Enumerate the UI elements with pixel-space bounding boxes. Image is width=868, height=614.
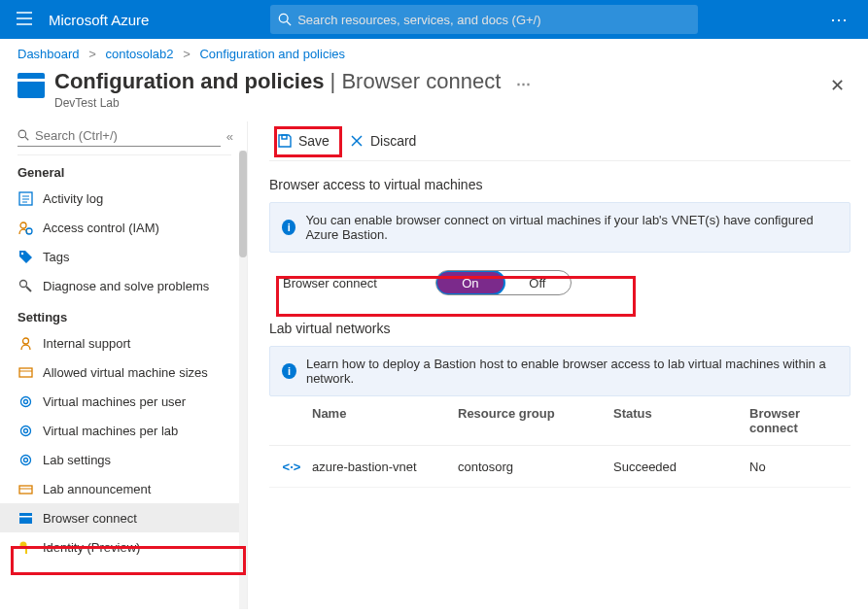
close-icon[interactable]: ✕ xyxy=(824,69,851,102)
announcement-icon xyxy=(17,481,33,496)
sidebar-item-lab-announcement[interactable]: Lab announcement xyxy=(0,474,241,503)
access-control-icon xyxy=(17,220,33,235)
svg-point-0 xyxy=(280,14,289,22)
vnet-icon: <·> xyxy=(283,458,300,475)
vm-sizes-icon xyxy=(17,364,33,380)
key-icon xyxy=(17,539,33,555)
search-icon xyxy=(17,129,29,144)
svg-point-10 xyxy=(20,252,22,254)
gear-icon xyxy=(17,452,33,467)
discard-button[interactable]: Discard xyxy=(341,129,424,153)
svg-rect-25 xyxy=(19,516,32,518)
section-lab-vnets: Lab virtual networks xyxy=(269,305,851,346)
col-browser-connect: Browser connect xyxy=(749,406,851,435)
support-icon xyxy=(17,335,33,351)
svg-line-3 xyxy=(25,136,28,139)
svg-point-13 xyxy=(22,338,28,344)
browser-connect-icon xyxy=(17,510,33,526)
svg-point-2 xyxy=(18,130,26,138)
gear-icon xyxy=(17,423,33,438)
sidebar-item-internal-support[interactable]: Internal support xyxy=(0,328,241,358)
svg-point-8 xyxy=(20,222,26,228)
global-search[interactable] xyxy=(270,5,698,34)
section-browser-access: Browser access to virtual machines xyxy=(269,161,851,202)
toggle-row: Browser connect On Off xyxy=(269,253,851,305)
svg-rect-28 xyxy=(282,135,287,139)
page-title: Configuration and policies | Browser con… xyxy=(54,69,531,93)
sidebar: « General Activity log Access control (I… xyxy=(0,121,248,609)
collapse-sidebar-icon[interactable]: « xyxy=(226,129,233,144)
svg-line-1 xyxy=(287,21,291,25)
info-icon: i xyxy=(282,220,295,235)
sidebar-item-lab-settings[interactable]: Lab settings xyxy=(0,445,241,474)
sidebar-section-general: General xyxy=(0,155,241,184)
svg-point-21 xyxy=(23,458,27,461)
cell-browser-connect: No xyxy=(749,460,851,474)
breadcrumb: Dashboard > contosolab2 > Configuration … xyxy=(0,39,868,69)
more-icon[interactable]: ⋯ xyxy=(819,9,858,30)
top-bar: Microsoft Azure ⋯ xyxy=(0,0,868,39)
svg-rect-14 xyxy=(19,368,32,377)
sidebar-scrollbar[interactable] xyxy=(239,151,247,609)
svg-point-11 xyxy=(19,280,26,287)
sidebar-item-tags[interactable]: Tags xyxy=(0,242,241,271)
global-search-input[interactable] xyxy=(297,13,690,27)
brand-label: Microsoft Azure xyxy=(49,12,149,28)
info-box-deploy-bastion: i Learn how to deploy a Bastion host to … xyxy=(269,346,851,396)
toggle-off[interactable]: Off xyxy=(504,271,571,294)
page-subtitle: DevTest Lab xyxy=(54,96,531,110)
sidebar-item-vms-per-lab[interactable]: Virtual machines per lab xyxy=(0,416,241,445)
sidebar-item-browser-connect[interactable]: Browser connect xyxy=(0,503,241,532)
svg-point-16 xyxy=(20,396,30,406)
activity-log-icon xyxy=(17,190,33,206)
sidebar-item-access-control[interactable]: Access control (IAM) xyxy=(0,213,241,242)
sidebar-search-input[interactable] xyxy=(17,125,221,147)
breadcrumb-dashboard[interactable]: Dashboard xyxy=(17,47,80,61)
save-button[interactable]: Save xyxy=(269,129,337,153)
info-icon: i xyxy=(282,363,296,379)
svg-point-19 xyxy=(23,428,27,432)
svg-line-12 xyxy=(26,287,31,291)
page-header: Configuration and policies | Browser con… xyxy=(0,69,868,121)
cell-resource-group: contosorg xyxy=(458,460,613,474)
tag-icon xyxy=(17,249,33,264)
sidebar-section-settings: Settings xyxy=(0,300,241,328)
sidebar-item-diagnose[interactable]: Diagnose and solve problems xyxy=(0,271,241,300)
command-bar: Save Discard xyxy=(269,121,851,161)
toggle-on[interactable]: On xyxy=(435,270,505,295)
col-name: Name xyxy=(312,406,458,435)
browser-connect-toggle[interactable]: On Off xyxy=(435,270,572,295)
gear-icon xyxy=(17,393,33,409)
svg-rect-22 xyxy=(19,486,32,494)
resource-icon xyxy=(17,73,45,98)
cell-name: azure-bastion-vnet xyxy=(312,460,458,474)
svg-point-20 xyxy=(20,455,30,464)
col-resource-group: Resource group xyxy=(458,406,613,435)
main-content: Save Discard Browser access to virtual m… xyxy=(248,121,868,609)
svg-point-18 xyxy=(20,426,30,435)
sidebar-item-identity[interactable]: Identity (Preview) xyxy=(0,532,241,562)
svg-rect-24 xyxy=(19,513,32,524)
sidebar-item-allowed-vm-sizes[interactable]: Allowed virtual machine sizes xyxy=(0,358,241,387)
cell-status: Succeeded xyxy=(613,460,749,474)
svg-rect-27 xyxy=(25,547,27,554)
table-header: Name Resource group Status Browser conne… xyxy=(269,396,851,446)
breadcrumb-config[interactable]: Configuration and policies xyxy=(199,47,345,61)
col-status: Status xyxy=(613,406,749,435)
svg-point-17 xyxy=(23,399,27,403)
diagnose-icon xyxy=(17,278,33,293)
toggle-label: Browser connect xyxy=(283,276,377,290)
breadcrumb-lab[interactable]: contosolab2 xyxy=(105,47,173,61)
sidebar-item-vms-per-user[interactable]: Virtual machines per user xyxy=(0,387,241,416)
table-row[interactable]: <·> azure-bastion-vnet contosorg Succeed… xyxy=(269,446,851,488)
hamburger-icon[interactable] xyxy=(10,12,39,28)
info-box-bastion: i You can enable browser connect on virt… xyxy=(269,202,851,253)
sidebar-item-activity-log[interactable]: Activity log xyxy=(0,184,241,213)
